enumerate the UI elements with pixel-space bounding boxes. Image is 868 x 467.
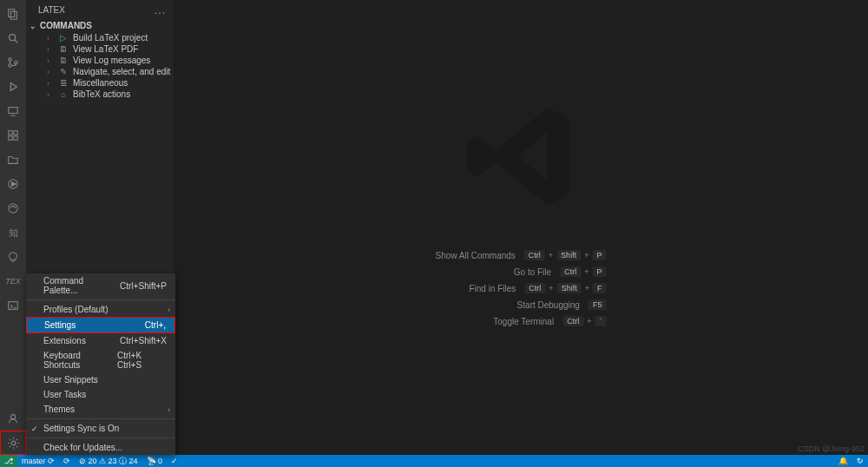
context-menu-label: User Tasks	[43, 390, 86, 399]
chevron-right-icon: ›	[47, 79, 54, 88]
shortcut-label: Go to File	[514, 267, 551, 277]
key-hint: F	[593, 283, 607, 293]
svg-rect-17	[9, 302, 18, 310]
context-menu-item[interactable]: User Snippets	[26, 372, 175, 387]
context-menu-item[interactable]: Check for Updates...	[26, 440, 175, 455]
context-menu-item[interactable]: Command Palette...Ctrl+Shift+P	[26, 273, 175, 298]
context-menu-label: Themes	[43, 405, 75, 414]
activity-bulb-icon[interactable]	[0, 245, 26, 269]
chevron-right-icon: ›	[47, 90, 54, 99]
svg-line-3	[15, 40, 18, 43]
sidebar-section-header[interactable]: COMMANDS	[26, 19, 174, 32]
context-menu-item[interactable]: ✓Settings Sync is On	[26, 421, 175, 436]
context-menu-item[interactable]: Profiles (Default)›	[26, 302, 175, 317]
context-menu-separator	[26, 418, 175, 419]
context-menu-shortcut: Ctrl+K Ctrl+S	[117, 351, 167, 370]
sidebar-more-icon[interactable]: …	[154, 3, 167, 16]
key-hint: Ctrl	[562, 316, 583, 326]
svg-rect-13	[14, 136, 17, 140]
tree-item-icon: 🗎	[59, 44, 68, 54]
activity-tex-icon[interactable]: TEX	[0, 269, 26, 293]
activity-search-icon[interactable]	[0, 26, 26, 50]
check-icon: ✓	[31, 424, 38, 433]
shortcut-hint: Start DebuggingF5	[517, 299, 607, 310]
status-ports[interactable]: 📡 0	[142, 455, 168, 467]
tree-item[interactable]: › ▷ Build LaTeX project	[36, 32, 174, 43]
chevron-right-icon: ›	[47, 68, 54, 76]
tree-item[interactable]: › 🗎 View LaTeX PDF	[36, 43, 174, 55]
tree-item-icon: ▷	[59, 33, 68, 43]
key-hint: P	[592, 250, 606, 260]
svg-marker-15	[11, 181, 16, 186]
activity-cloud-icon[interactable]	[0, 196, 26, 220]
submenu-indicator-icon: ›	[168, 306, 170, 314]
activity-scm-icon[interactable]	[0, 50, 26, 75]
context-menu-item[interactable]: SettingsCtrl+,	[26, 317, 175, 333]
context-menu-shortcut: Ctrl+Shift+P	[120, 281, 167, 291]
activity-debug-icon[interactable]	[0, 75, 26, 99]
context-menu-item[interactable]: User Tasks	[26, 387, 175, 402]
svg-point-19	[11, 441, 16, 445]
svg-point-16	[9, 204, 18, 214]
svg-point-18	[10, 415, 15, 419]
status-errors[interactable]: ⊘ 20 ⚠ 23 ⓘ 24	[75, 455, 142, 467]
activity-account-icon[interactable]	[0, 406, 26, 431]
svg-point-2	[10, 35, 16, 41]
context-menu-label: Settings	[44, 320, 76, 330]
shortcut-hint: Go to FileCtrl+P	[514, 266, 607, 277]
key-hint: Ctrl	[560, 266, 581, 277]
svg-point-4	[9, 58, 12, 62]
context-menu-separator	[26, 299, 175, 300]
activity-remote-icon[interactable]	[0, 99, 26, 123]
tree-item-icon: ≣	[59, 78, 68, 88]
activity-zhi-icon[interactable]: 知	[0, 220, 26, 245]
context-menu-label: Check for Updates...	[43, 443, 122, 452]
status-notifications[interactable]: 🔔	[834, 457, 852, 465]
activity-terminal-icon[interactable]	[0, 293, 26, 318]
tree-item-icon: ⌕	[59, 89, 68, 99]
status-git[interactable]: master ⟳	[17, 455, 59, 467]
context-menu-shortcut: Ctrl+Shift+X	[120, 336, 167, 345]
tree-item[interactable]: › ✎ Navigate, select, and edit	[36, 66, 174, 77]
status-check[interactable]: ✓	[167, 455, 182, 467]
shortcut-hint: Find in FilesCtrl+Shift+F	[469, 283, 606, 293]
svg-rect-0	[9, 10, 15, 17]
tree-item-icon: 🗎	[59, 56, 68, 65]
settings-context-menu: Command Palette...Ctrl+Shift+PProfiles (…	[26, 273, 175, 455]
shortcut-hint: Show All CommandsCtrl+Shift+P	[436, 250, 607, 260]
svg-rect-12	[9, 136, 12, 140]
status-remote[interactable]: ⎇	[0, 455, 17, 467]
key-hint: Shift	[556, 250, 581, 260]
tree-item[interactable]: › ⌕ BibTeX actions	[36, 89, 174, 100]
svg-rect-10	[9, 131, 12, 135]
context-menu-label: User Snippets	[43, 375, 98, 385]
vscode-watermark-logo	[460, 95, 582, 219]
status-feedback[interactable]: ↻	[852, 457, 868, 465]
context-menu-label: Settings Sync is On	[43, 424, 119, 433]
activity-folder-icon[interactable]	[0, 148, 26, 172]
context-menu-item[interactable]: Keyboard ShortcutsCtrl+K Ctrl+S	[26, 348, 175, 372]
context-menu-item[interactable]: ExtensionsCtrl+Shift+X	[26, 333, 175, 348]
chevron-right-icon: ›	[47, 45, 54, 54]
tree-item-label: BibTeX actions	[73, 89, 130, 99]
tree-item[interactable]: › 🗎 View Log messages	[36, 55, 174, 66]
svg-marker-7	[10, 83, 16, 91]
svg-rect-11	[14, 131, 17, 135]
tree-item[interactable]: › ≣ Miscellaneous	[36, 77, 174, 89]
context-menu-label: Profiles (Default)	[43, 305, 108, 314]
status-sync[interactable]: ⟳	[59, 455, 75, 467]
chevron-right-icon: ›	[47, 34, 54, 43]
tree-item-label: Miscellaneous	[73, 78, 128, 88]
activity-live-icon[interactable]	[0, 172, 26, 196]
context-menu-label: Extensions	[43, 336, 86, 345]
svg-rect-1	[10, 11, 16, 19]
context-menu-separator	[26, 437, 175, 438]
activity-explorer-icon[interactable]	[0, 2, 26, 26]
chevron-right-icon: ›	[47, 56, 54, 65]
shortcut-hint: Toggle TerminalCtrl+`	[493, 316, 606, 326]
activity-extensions-icon[interactable]	[0, 123, 26, 148]
svg-point-5	[9, 64, 12, 68]
context-menu-item[interactable]: Themes›	[26, 402, 175, 417]
activity-settings-icon[interactable]	[0, 431, 26, 455]
sidebar-title: LATEX	[38, 5, 65, 15]
